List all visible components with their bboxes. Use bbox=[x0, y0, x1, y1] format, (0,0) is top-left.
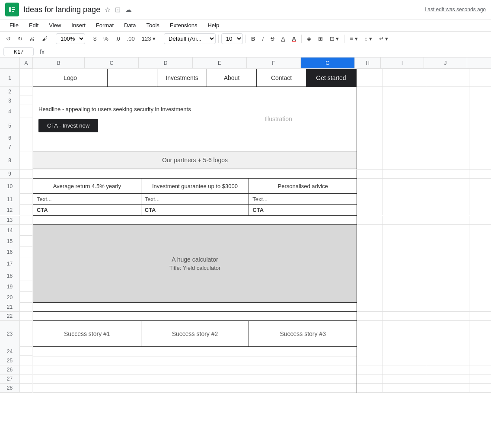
row-number[interactable]: 22 bbox=[0, 312, 20, 320]
cell-i27[interactable] bbox=[383, 374, 426, 384]
row-number[interactable]: 3 bbox=[0, 96, 20, 105]
cell-j2[interactable] bbox=[426, 87, 469, 96]
cell-h18[interactable] bbox=[357, 270, 383, 281]
cell-i18[interactable] bbox=[383, 270, 426, 281]
row-number[interactable]: 16 bbox=[0, 246, 20, 257]
row-number[interactable]: 10 bbox=[0, 179, 20, 194]
cell-i6[interactable] bbox=[383, 133, 426, 142]
italic-button[interactable]: I bbox=[259, 34, 266, 44]
print-button[interactable]: 🖨 bbox=[27, 34, 38, 44]
cell-h23[interactable] bbox=[357, 321, 383, 347]
folder-icon[interactable]: ⊡ bbox=[115, 6, 121, 14]
cell-h22[interactable] bbox=[357, 312, 383, 321]
cell-j24[interactable] bbox=[426, 347, 469, 356]
cell-i25[interactable] bbox=[383, 356, 426, 365]
row-number[interactable]: 19 bbox=[0, 281, 20, 292]
cell-h5[interactable] bbox=[357, 118, 383, 133]
cell-h19[interactable] bbox=[357, 281, 383, 292]
cell-i8[interactable] bbox=[383, 151, 426, 169]
cell-h12[interactable] bbox=[357, 205, 383, 215]
row-number[interactable]: 15 bbox=[0, 236, 20, 246]
zoom-select[interactable]: 100% bbox=[56, 33, 85, 44]
font-select[interactable]: Default (Ari... bbox=[164, 33, 216, 44]
cell-j19[interactable] bbox=[426, 281, 469, 292]
menu-insert[interactable]: Insert bbox=[67, 20, 90, 30]
cell-j4[interactable] bbox=[426, 105, 469, 118]
row-number[interactable]: 26 bbox=[0, 365, 20, 374]
cell-h8[interactable] bbox=[357, 151, 383, 169]
valign-button[interactable]: ↕ ▾ bbox=[362, 34, 375, 44]
col-a-hero[interactable] bbox=[20, 87, 33, 151]
row-number[interactable]: 23 bbox=[0, 321, 20, 347]
cell-j21[interactable] bbox=[426, 303, 469, 312]
menu-format[interactable]: Format bbox=[92, 20, 118, 30]
cell-i28[interactable] bbox=[383, 384, 426, 393]
row-number[interactable]: 18 bbox=[0, 270, 20, 281]
percent-button[interactable]: % bbox=[101, 34, 111, 44]
cell-j25[interactable] bbox=[426, 356, 469, 365]
underline-button[interactable]: A bbox=[279, 34, 288, 44]
cell-a28[interactable] bbox=[20, 384, 33, 393]
col-a-success[interactable] bbox=[20, 321, 33, 356]
merge-button[interactable]: ⊡ ▾ bbox=[327, 34, 342, 44]
cell-i7[interactable] bbox=[383, 142, 426, 151]
cell-h15[interactable] bbox=[357, 236, 383, 246]
cell-a13[interactable] bbox=[20, 216, 33, 225]
cell-j5[interactable] bbox=[426, 118, 469, 133]
cell-j20[interactable] bbox=[426, 292, 469, 303]
cell-h4[interactable] bbox=[357, 105, 383, 118]
col-header-a[interactable]: A bbox=[20, 58, 33, 68]
cell-i23[interactable] bbox=[383, 321, 426, 347]
cell-h1[interactable] bbox=[357, 69, 383, 86]
row-number[interactable]: 4 bbox=[0, 105, 20, 118]
cell-h6[interactable] bbox=[357, 133, 383, 142]
strikethrough-button[interactable]: S bbox=[268, 34, 277, 44]
col-a-calc[interactable] bbox=[20, 225, 33, 303]
row-number[interactable]: 24 bbox=[0, 347, 20, 356]
cell-j22[interactable] bbox=[426, 312, 469, 321]
cell-i5[interactable] bbox=[383, 118, 426, 133]
row-number[interactable]: 20 bbox=[0, 292, 20, 303]
row-number[interactable]: 25 bbox=[0, 356, 20, 365]
col-header-j[interactable]: J bbox=[424, 58, 467, 68]
cell-j14[interactable] bbox=[426, 225, 469, 236]
align-button[interactable]: ≡ ▾ bbox=[347, 34, 360, 44]
cell-i21[interactable] bbox=[383, 303, 426, 312]
menu-edit[interactable]: Edit bbox=[25, 20, 43, 30]
cell-j12[interactable] bbox=[426, 205, 469, 215]
cell-j6[interactable] bbox=[426, 133, 469, 142]
cell-i9[interactable] bbox=[383, 170, 426, 179]
cell-h14[interactable] bbox=[357, 225, 383, 236]
cell-a1[interactable] bbox=[20, 69, 33, 86]
col-a-features[interactable] bbox=[20, 179, 33, 216]
cell-h21[interactable] bbox=[357, 303, 383, 312]
menu-data[interactable]: Data bbox=[120, 20, 140, 30]
cell-h11[interactable] bbox=[357, 194, 383, 205]
row-number[interactable]: 5 bbox=[0, 118, 20, 133]
cell-reference[interactable] bbox=[3, 47, 34, 56]
cell-j9[interactable] bbox=[426, 170, 469, 179]
cell-h16[interactable] bbox=[357, 246, 383, 257]
cell-i14[interactable] bbox=[383, 225, 426, 236]
cell-i11[interactable] bbox=[383, 194, 426, 205]
paint-format-button[interactable]: 🖌 bbox=[39, 34, 50, 44]
cell-h13[interactable] bbox=[357, 216, 383, 225]
cell-i2[interactable] bbox=[383, 87, 426, 96]
cell-i19[interactable] bbox=[383, 281, 426, 292]
cell-j1[interactable] bbox=[426, 69, 469, 86]
cell-i24[interactable] bbox=[383, 347, 426, 356]
cell-a8[interactable] bbox=[20, 151, 33, 169]
row-number[interactable]: 28 bbox=[0, 384, 20, 392]
cell-h28[interactable] bbox=[357, 384, 383, 393]
cell-h7[interactable] bbox=[357, 142, 383, 151]
format-button[interactable]: 123 ▾ bbox=[139, 34, 158, 44]
cell-j23[interactable] bbox=[426, 321, 469, 347]
cell-i12[interactable] bbox=[383, 205, 426, 215]
fontsize-select[interactable]: 10 bbox=[221, 33, 243, 44]
col-header-d[interactable]: D bbox=[139, 58, 193, 68]
cell-i20[interactable] bbox=[383, 292, 426, 303]
cell-i10[interactable] bbox=[383, 179, 426, 194]
cell-j17[interactable] bbox=[426, 257, 469, 270]
undo-button[interactable]: ↺ bbox=[3, 34, 13, 44]
menu-view[interactable]: View bbox=[45, 20, 65, 30]
